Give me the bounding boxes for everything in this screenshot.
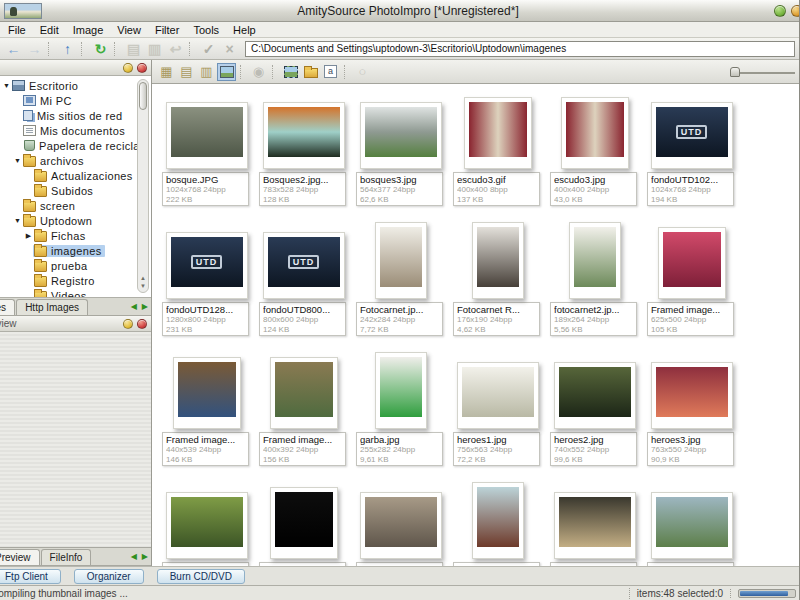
- tree-item-archivos[interactable]: ▼archivos: [0, 153, 151, 168]
- ftp-client-button[interactable]: Ftp Client: [0, 569, 61, 584]
- thumbnail-framed-image[interactable]: Framed image...625x500 24bpp105 KB: [643, 217, 740, 347]
- thumbnail-bosques3-jpg[interactable]: bosques3.jpg564x377 24bpp62,6 KB: [352, 87, 449, 217]
- folder-icon: [34, 186, 47, 197]
- address-bar[interactable]: C:\Documents and Settings\uptodown-3\Esc…: [245, 41, 795, 57]
- thumbnail-garba-jpg[interactable]: garba.jpg255x282 24bpp9,61 KB: [352, 347, 449, 477]
- preview-close-button[interactable]: [137, 319, 147, 329]
- menu-edit[interactable]: Edit: [33, 23, 66, 37]
- thumbnail-heroes1-jpg[interactable]: heroes1.jpg756x563 24bpp72,2 KB: [449, 347, 546, 477]
- recycle-icon: [24, 140, 35, 151]
- thumbnail-heroes3-jpg[interactable]: heroes3.jpg763x550 24bpp90,9 KB: [643, 347, 740, 477]
- tree-item-uptodown[interactable]: ▼Uptodown: [0, 213, 151, 228]
- thumbnail-fondoutd128[interactable]: UTDfondoUTD128...1280x800 24bpp231 KB: [158, 217, 255, 347]
- thumbnail-josetripleao[interactable]: JoseTripleAO...: [255, 477, 352, 566]
- select-image-button[interactable]: [281, 63, 300, 81]
- tab-http-images[interactable]: Http Images: [16, 299, 88, 315]
- menu-view[interactable]: View: [110, 23, 148, 37]
- slideshow-button[interactable]: ◉: [249, 63, 268, 81]
- apply-button[interactable]: ✓: [198, 40, 219, 58]
- scroll-down-icon[interactable]: ▼: [140, 283, 146, 289]
- menu-filter[interactable]: Filter: [148, 23, 186, 37]
- panel-close-button[interactable]: [137, 63, 147, 73]
- back-button[interactable]: ←: [3, 40, 24, 58]
- tree-item-mis-documentos[interactable]: Mis documentos: [0, 123, 151, 138]
- tree-item-mis-sitios-de-red[interactable]: Mis sitios de red: [0, 108, 151, 123]
- thumbnail-escudo3-jpg[interactable]: escudo3.jpg400x400 24bpp43,0 KB: [546, 87, 643, 217]
- scroll-up-icon[interactable]: ▲: [140, 275, 146, 281]
- thumbnail-malaga-jpg[interactable]: malaga.jpg: [643, 477, 740, 566]
- tree-item-papelera-de-reciclaje[interactable]: Papelera de reciclaje: [0, 138, 151, 153]
- tree-item-fichas[interactable]: ▶Fichas: [0, 228, 151, 243]
- minimize-button[interactable]: [774, 5, 786, 17]
- tab-scroll-right-icon[interactable]: ▶: [142, 552, 148, 561]
- tree-item-registro[interactable]: Registro: [0, 273, 151, 288]
- thumbnail-image: [375, 222, 427, 299]
- menu-tools[interactable]: Tools: [186, 23, 226, 37]
- copy-button[interactable]: ▥: [144, 40, 165, 58]
- tree-item-prueba[interactable]: prueba: [0, 258, 151, 273]
- up-button[interactable]: ↑: [57, 40, 78, 58]
- refresh-button[interactable]: ↻: [90, 40, 111, 58]
- thumbnail-bosque-jpg[interactable]: bosque.JPG1024x768 24bpp222 KB: [158, 87, 255, 217]
- folder-icon: [23, 201, 36, 212]
- thumbnail-escudo3-gif[interactable]: escudo3.gif400x400 8bpp137 KB: [449, 87, 546, 217]
- preview-collapse-button[interactable]: [123, 319, 133, 329]
- thumbnail-bosques2-jpg[interactable]: Bosques2.jpg...783x528 24bpp128 KB: [255, 87, 352, 217]
- tree-expand-icon[interactable]: ▶: [24, 232, 33, 240]
- tree-expand-icon[interactable]: ▼: [13, 217, 22, 224]
- tab-preview[interactable]: Preview: [0, 549, 40, 565]
- thumbnail-fotocarnet-r[interactable]: Fotocarnet R...176x190 24bpp4,62 KB: [449, 217, 546, 347]
- cancel-button[interactable]: ×: [219, 40, 240, 58]
- thumbnail-los-otros2-jp[interactable]: Los_otros2.jp...: [546, 477, 643, 566]
- forward-button[interactable]: →: [24, 40, 45, 58]
- tree-item-mi-pc[interactable]: Mi PC: [0, 93, 151, 108]
- tree-scrollbar-thumb[interactable]: [139, 82, 147, 110]
- view-preview-button[interactable]: [217, 63, 236, 81]
- tab-scroll-left-icon[interactable]: ◀: [131, 302, 137, 311]
- menu-image[interactable]: Image: [66, 23, 111, 37]
- menu-file[interactable]: File: [1, 23, 33, 37]
- panel-collapse-button[interactable]: [123, 63, 133, 73]
- view-list-button[interactable]: ▤: [177, 63, 196, 81]
- thumbnail-fondoutd102[interactable]: UTDfondoUTD102...1024x768 24bpp194 KB: [643, 87, 740, 217]
- thumbnail-los-otros-jpg[interactable]: Los_otros.jpg: [352, 477, 449, 566]
- close-button[interactable]: [791, 5, 800, 17]
- thumbnail-framed-image[interactable]: Framed image...400x392 24bpp156 KB: [255, 347, 352, 477]
- view-tiles-button[interactable]: ▥: [197, 63, 216, 81]
- preview-panel-header: Preview: [0, 316, 151, 332]
- tab-fileinfo[interactable]: FileInfo: [41, 549, 92, 565]
- delete-button[interactable]: ○: [353, 63, 372, 81]
- title-bar[interactable]: AmitySource PhotoImpro [*Unregistered*]: [0, 0, 800, 22]
- thumbnail-fondoutd800[interactable]: UTDfondoUTD800...800x600 24bpp124 KB: [255, 217, 352, 347]
- tab-scroll-left-icon[interactable]: ◀: [131, 552, 137, 561]
- thumbnail-framed-image[interactable]: Framed image...440x539 24bpp146 KB: [158, 347, 255, 477]
- tab-scroll-right-icon[interactable]: ▶: [142, 302, 148, 311]
- undo-button[interactable]: ↩: [165, 40, 186, 58]
- tree-item-imagenes[interactable]: imagenes: [0, 243, 151, 258]
- thumbnail-label: fondoUTD102...1024x768 24bpp194 KB: [647, 172, 734, 206]
- zoom-slider-handle[interactable]: [730, 67, 740, 77]
- menu-help[interactable]: Help: [226, 23, 263, 37]
- tree-item-screen[interactable]: screen: [0, 198, 151, 213]
- thumbnail-los-otros-4-j[interactable]: Los_otros_4.j...: [449, 477, 546, 566]
- tree-item-subidos[interactable]: Subidos: [0, 183, 151, 198]
- burn-cd-dvd-button[interactable]: Burn CD/DVD: [157, 569, 245, 584]
- new-folder-button[interactable]: [301, 63, 320, 81]
- thumbnail-fotocarnet2-jp[interactable]: fotocarnet2.jp...189x264 24bpp5,56 KB: [546, 217, 643, 347]
- tree-scrollbar[interactable]: ▲ ▼: [137, 79, 149, 293]
- zoom-slider[interactable]: [733, 72, 795, 74]
- acquire-button[interactable]: ▤: [123, 40, 144, 58]
- organizer-button[interactable]: Organizer: [74, 569, 144, 584]
- thumbnail-heroes2-jpg[interactable]: heroes2.jpg740x552 24bpp99,6 KB: [546, 347, 643, 477]
- file-size: 124 KB: [263, 325, 342, 335]
- view-thumbnails-button[interactable]: ▦: [157, 63, 176, 81]
- tree-expand-icon[interactable]: ▼: [2, 82, 11, 89]
- thumbnail-fotocarnet-jp[interactable]: Fotocarnet.jp...242x284 24bpp7,72 KB: [352, 217, 449, 347]
- tree-item-escritorio[interactable]: ▼Escritorio: [0, 78, 151, 93]
- tree-item-actualizaciones[interactable]: Actualizaciones: [0, 168, 151, 183]
- tree-item-videos[interactable]: Videos: [0, 288, 151, 298]
- tab-files[interactable]: Files: [0, 299, 15, 315]
- rename-button[interactable]: a: [321, 63, 340, 81]
- tree-expand-icon[interactable]: ▼: [13, 157, 22, 164]
- thumbnail-heroes4-jpg[interactable]: heroes4.jpg: [158, 477, 255, 566]
